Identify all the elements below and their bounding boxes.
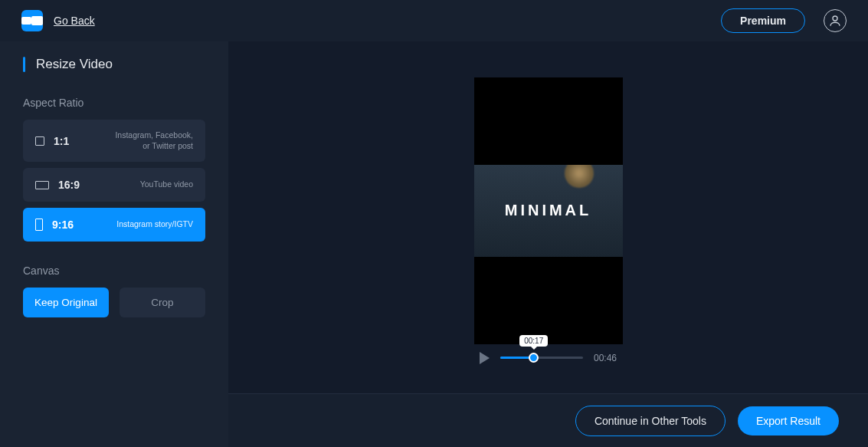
portrait-icon <box>35 219 43 231</box>
play-icon <box>480 352 490 364</box>
video-frame: MINIMAL <box>474 77 623 344</box>
play-button[interactable] <box>480 352 490 364</box>
page-title-text: Resize Video <box>36 57 113 72</box>
slider-thumb[interactable] <box>529 353 539 363</box>
ratio-desc: Instagram story/IGTV <box>116 219 193 230</box>
video-duration: 00:46 <box>594 353 617 363</box>
ratio-label: 9:16 <box>52 219 74 231</box>
export-result-button[interactable]: Export Result <box>738 406 839 435</box>
aspect-ratio-1-1[interactable]: 1:1 Instagram, Facebook, or Twitter post <box>23 120 205 162</box>
svg-point-0 <box>833 16 837 21</box>
topbar-left: Go Back <box>21 10 95 31</box>
square-icon <box>35 136 44 146</box>
preview-area: MINIMAL 00:17 00:46 <box>228 41 868 447</box>
main: Resize Video Aspect Ratio 1:1 Instagram,… <box>0 41 868 447</box>
ratio-label: 16:9 <box>58 179 80 191</box>
go-back-link[interactable]: Go Back <box>54 15 95 27</box>
ratio-desc: YouTube video <box>140 179 193 190</box>
ratio-label: 1:1 <box>54 135 69 147</box>
title-accent <box>23 57 25 72</box>
time-tooltip: 00:17 <box>519 335 548 347</box>
video-content: MINIMAL <box>474 165 623 257</box>
topbar-right: Premium <box>721 8 847 33</box>
footer: Continue in Other Tools Export Result <box>228 393 868 447</box>
canvas-label: Canvas <box>23 265 205 277</box>
continue-other-tools-button[interactable]: Continue in Other Tools <box>575 406 726 436</box>
topbar: Go Back Premium <box>0 0 868 41</box>
aspect-ratio-16-9[interactable]: 16:9 YouTube video <box>23 168 205 202</box>
widescreen-icon <box>35 181 49 189</box>
progress-slider[interactable]: 00:17 <box>500 357 583 359</box>
video-overlay-text: MINIMAL <box>505 202 592 219</box>
canvas-section: Canvas Keep Original Crop <box>23 265 205 317</box>
keep-original-button[interactable]: Keep Original <box>23 288 109 317</box>
page-title: Resize Video <box>23 57 205 72</box>
app-logo-icon <box>21 10 43 31</box>
aspect-ratio-9-16[interactable]: 9:16 Instagram story/IGTV <box>23 208 205 242</box>
premium-button[interactable]: Premium <box>721 8 805 33</box>
sidebar: Resize Video Aspect Ratio 1:1 Instagram,… <box>0 41 228 447</box>
ratio-desc: Instagram, Facebook, or Twitter post <box>109 130 193 151</box>
video-stage: MINIMAL 00:17 00:46 <box>228 41 868 393</box>
crop-button[interactable]: Crop <box>120 288 205 317</box>
aspect-ratio-label: Aspect Ratio <box>23 97 205 109</box>
video-controls: 00:17 00:46 <box>480 344 617 378</box>
user-avatar-icon[interactable] <box>824 9 847 32</box>
